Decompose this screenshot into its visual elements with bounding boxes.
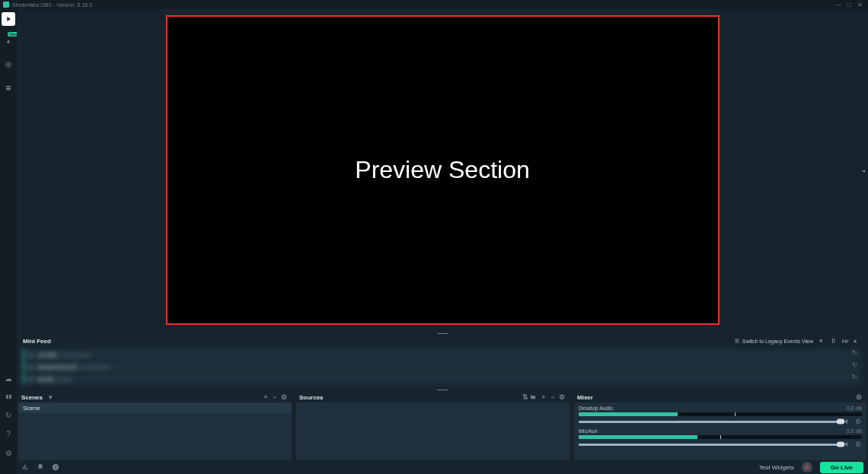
feed-item[interactable]: streamviewer22 resubscribed <box>23 361 862 372</box>
feed-item[interactable]: fanatic joined <box>23 374 862 384</box>
mixer-track: Mic/Aux 0.0 dB <box>579 428 862 448</box>
cloud-icon[interactable]: ☁ <box>5 374 12 383</box>
titlebar: Streamlabs OBS - Version: 0.18.5 ─ □ ✕ <box>0 0 868 9</box>
mixer-settings-button[interactable]: ⚙ <box>854 393 863 401</box>
scene-item[interactable]: Scene <box>18 402 292 413</box>
preview-canvas[interactable]: Preview Section <box>166 15 720 325</box>
audio-meter <box>579 435 862 439</box>
help-icon[interactable]: ? <box>6 430 11 438</box>
record-button[interactable] <box>802 462 812 472</box>
filter-icon[interactable]: ▾ <box>816 337 825 345</box>
track-settings-icon[interactable]: ⚙ <box>854 418 862 425</box>
track-name: Desktop Audio <box>579 406 613 411</box>
audio-meter <box>579 412 862 416</box>
remove-scene-button[interactable]: − <box>270 393 279 401</box>
sidebar-tab-themes[interactable]: New <box>2 35 15 49</box>
list-icon <box>734 338 740 344</box>
add-source-button[interactable]: + <box>539 393 548 401</box>
editor-icon <box>5 15 12 23</box>
scenes-panel: Scenes ▾ + − ⚙ Scene <box>17 392 293 460</box>
minimize-button[interactable]: ─ <box>833 2 844 8</box>
studio-mode-icon[interactable] <box>5 393 12 400</box>
speaker-icon[interactable] <box>844 441 851 448</box>
store-icon <box>5 84 12 91</box>
settings-icon[interactable]: ⚙ <box>5 449 12 457</box>
scenes-title: Scenes <box>21 394 43 401</box>
switch-legacy-link[interactable]: Switch to Legacy Events View <box>734 338 813 344</box>
remove-source-button[interactable]: − <box>548 393 557 401</box>
magic-icon <box>5 38 12 46</box>
track-db: 0.0 dB <box>847 428 862 434</box>
app-logo-icon <box>3 2 9 8</box>
svg-point-1 <box>8 64 10 66</box>
source-transition-button[interactable]: ⇅ <box>521 393 530 401</box>
target-icon <box>5 61 12 68</box>
track-name: Mic/Aux <box>579 428 598 434</box>
source-folder-button[interactable] <box>530 394 539 400</box>
speaker-icon[interactable] <box>844 418 851 425</box>
svg-rect-4 <box>6 395 8 399</box>
sidebar-tab-dashboard[interactable] <box>2 58 15 72</box>
pause-icon[interactable]: ⏸ <box>828 337 838 345</box>
close-button[interactable]: ✕ <box>854 2 865 8</box>
volume-slider[interactable] <box>579 421 841 423</box>
notifications-icon[interactable] <box>37 463 44 471</box>
sources-title: Sources <box>299 394 324 401</box>
maximize-button[interactable]: □ <box>844 2 854 8</box>
svg-point-0 <box>6 62 11 68</box>
stats-icon[interactable] <box>21 463 29 471</box>
test-widgets-button[interactable]: Test Widgets <box>759 464 794 471</box>
minifeed-body: user001 has followed streamviewer22 resu… <box>17 346 868 387</box>
chevron-down-icon[interactable]: ▾ <box>46 393 55 401</box>
add-scene-button[interactable]: + <box>261 393 270 401</box>
go-live-button[interactable]: Go Live <box>820 462 863 473</box>
feed-item[interactable]: user001 has followed <box>23 349 862 360</box>
track-settings-icon[interactable]: ⚙ <box>854 441 862 448</box>
status-dot-icon <box>29 377 33 381</box>
sidebar-bottom: ☁ ↻ ? ⚙ <box>0 327 17 460</box>
refresh-icon[interactable]: ↻ <box>852 349 857 356</box>
record-dot-icon <box>805 465 809 469</box>
refresh-icon[interactable]: ↻ <box>5 411 11 419</box>
sidebar-tab-editor[interactable] <box>2 12 15 26</box>
volume-slider[interactable] <box>579 444 841 446</box>
source-properties-button[interactable]: ⚙ <box>557 393 566 401</box>
mixer-track: Desktop Audio 0.0 dB <box>579 406 862 425</box>
footer-bar: i Test Widgets Go Live <box>17 460 868 474</box>
minifeed-title: Mini Feed <box>23 338 51 345</box>
minifeed-header: Mini Feed Switch to Legacy Events View ▾… <box>17 336 868 346</box>
status-dot-icon <box>29 365 33 369</box>
status-dot-icon <box>29 353 33 357</box>
preview-label: Preview Section <box>355 156 529 184</box>
mixer-panel: Mixer ⚙ Desktop Audio 0.0 dB <box>573 392 868 460</box>
preview-area: Preview Section ◂ <box>17 9 868 331</box>
info-icon[interactable]: i <box>52 463 59 471</box>
svg-rect-5 <box>9 395 11 399</box>
refresh-icon[interactable]: ↻ <box>852 374 857 380</box>
collapse-right-button[interactable]: ◂ <box>859 164 868 177</box>
app-title: Streamlabs OBS - Version: 0.18.5 <box>12 2 92 8</box>
refresh-icon[interactable]: ↻ <box>852 361 857 368</box>
mixer-title: Mixer <box>577 394 593 401</box>
skip-icon[interactable]: ⏭ <box>841 337 850 345</box>
sidebar-tab-store[interactable] <box>2 81 15 94</box>
mute-icon[interactable] <box>853 338 862 345</box>
sources-panel: Sources ⇅ + − ⚙ <box>295 392 571 460</box>
scene-settings-button[interactable]: ⚙ <box>279 393 289 401</box>
track-db: 0.0 dB <box>847 406 862 411</box>
